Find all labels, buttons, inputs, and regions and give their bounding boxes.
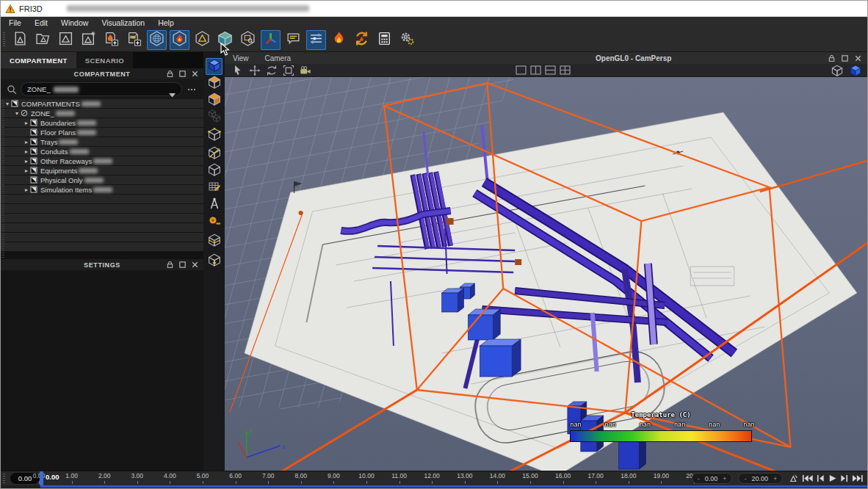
expander-icon[interactable]: ▾ bbox=[4, 101, 11, 107]
shaded-cube-icon[interactable] bbox=[850, 65, 861, 76]
panel-close-icon[interactable] bbox=[854, 54, 862, 62]
cube-outline-button[interactable] bbox=[206, 162, 223, 179]
toolbar-grip[interactable] bbox=[3, 32, 5, 48]
toggle-texture-view-button[interactable] bbox=[238, 30, 258, 50]
play-icon[interactable] bbox=[828, 474, 836, 482]
select-arrow-icon[interactable] bbox=[232, 65, 244, 76]
tree-row[interactable]: Physical Only bbox=[1, 175, 203, 185]
menu-item[interactable]: Help bbox=[151, 18, 181, 27]
tree-row[interactable]: ▸Other Raceways bbox=[1, 156, 203, 166]
range-start-spinner[interactable]: - 0.00 + bbox=[692, 473, 733, 484]
compartment-panel-header[interactable]: COMPARTMENT bbox=[1, 68, 203, 79]
cube-import-button[interactable] bbox=[206, 253, 223, 269]
tree-row[interactable]: ▸Trays bbox=[1, 137, 203, 147]
panel-max-icon[interactable] bbox=[178, 70, 187, 78]
step-forward-icon[interactable] bbox=[840, 474, 848, 482]
loop-rate-icon[interactable] bbox=[789, 474, 798, 482]
menu-item[interactable]: Visualization bbox=[95, 18, 151, 27]
decrement-button[interactable]: - bbox=[744, 475, 746, 482]
new-model-button[interactable] bbox=[10, 30, 30, 50]
tree-row[interactable]: Floor Plans bbox=[1, 128, 203, 137]
orbit-icon[interactable] bbox=[266, 65, 278, 76]
tree-row[interactable]: ▸Conduits bbox=[1, 147, 203, 156]
tree-row[interactable]: ▸Simulation Items bbox=[1, 185, 203, 195]
menu-item[interactable]: Edit bbox=[28, 18, 54, 27]
comments-button[interactable] bbox=[283, 30, 303, 50]
import-frame-new-button[interactable] bbox=[79, 30, 98, 50]
range-end-spinner[interactable]: - 20.00 + bbox=[738, 473, 783, 484]
copy-objects-button[interactable] bbox=[206, 109, 223, 126]
wire-cube-icon[interactable] bbox=[831, 65, 843, 76]
tree-row[interactable]: ▾ZONE_ bbox=[1, 109, 203, 118]
grid-edit-button[interactable] bbox=[206, 179, 223, 196]
lock-icon[interactable] bbox=[166, 70, 174, 78]
timeline-ruler[interactable]: 0.001.002.003.004.005.006.007.008.009.00… bbox=[39, 471, 700, 485]
expander-icon[interactable]: ▸ bbox=[23, 139, 30, 145]
expander-icon[interactable]: ▸ bbox=[23, 158, 30, 164]
lock-icon[interactable] bbox=[828, 54, 836, 62]
chevron-down-icon[interactable] bbox=[169, 87, 176, 92]
3d-scene[interactable]: y z bbox=[225, 77, 867, 471]
fire-tool-button[interactable] bbox=[329, 30, 349, 50]
toggle-solid-view-button[interactable] bbox=[215, 30, 235, 50]
skip-end-icon[interactable] bbox=[852, 474, 864, 482]
tree-row[interactable]: ▸Boundaries bbox=[1, 118, 203, 128]
cube-top-face-button[interactable] bbox=[206, 75, 223, 92]
cube-vertex-button[interactable] bbox=[206, 126, 223, 145]
tree-row[interactable]: ▸Equipments bbox=[1, 166, 203, 175]
toggle-fire-view-button[interactable] bbox=[170, 30, 189, 50]
layout-two-h-icon[interactable] bbox=[545, 65, 556, 75]
expander-icon[interactable]: ▸ bbox=[23, 148, 30, 155]
add-equipment-page-button[interactable] bbox=[124, 30, 144, 50]
toggle-globe-view-button[interactable] bbox=[147, 30, 167, 50]
zoom-box-icon[interactable] bbox=[283, 65, 294, 76]
settings-button[interactable] bbox=[397, 30, 417, 50]
lock-icon[interactable] bbox=[166, 261, 174, 269]
viewport-menu-item[interactable]: Camera bbox=[257, 54, 300, 62]
add-fire-page-button[interactable] bbox=[101, 30, 121, 50]
layout-single-icon[interactable] bbox=[516, 65, 527, 75]
toggle-axes-button[interactable] bbox=[261, 30, 281, 50]
panel-grip[interactable] bbox=[1, 101, 4, 258]
increment-button[interactable]: + bbox=[773, 475, 777, 482]
import-frame-button[interactable] bbox=[56, 30, 76, 50]
expander-icon[interactable]: ▸ bbox=[23, 167, 30, 174]
more-options-button[interactable] bbox=[186, 88, 198, 91]
panel-close-icon[interactable] bbox=[191, 70, 199, 78]
pan-icon[interactable] bbox=[249, 65, 261, 76]
panel-close-icon[interactable] bbox=[191, 261, 199, 269]
cube-wrap-button[interactable] bbox=[206, 231, 223, 253]
panel-max-icon[interactable] bbox=[841, 54, 849, 62]
skip-start-icon[interactable] bbox=[802, 474, 814, 482]
decrement-button[interactable]: - bbox=[698, 475, 700, 482]
viewport-canvas[interactable]: y z Temperature (C) nannannannannannan bbox=[225, 77, 867, 471]
cube-open-face-button[interactable] bbox=[206, 92, 223, 109]
timeline-grip[interactable] bbox=[3, 474, 5, 483]
step-back-icon[interactable] bbox=[817, 474, 825, 482]
expander-icon[interactable]: ▸ bbox=[23, 186, 30, 193]
display-settings-button[interactable] bbox=[306, 30, 326, 50]
timeline-track[interactable] bbox=[40, 485, 867, 488]
panel-max-icon[interactable] bbox=[178, 261, 187, 269]
camera-icon[interactable] bbox=[300, 65, 311, 76]
menu-item[interactable]: Window bbox=[54, 18, 95, 27]
viewport-menu-item[interactable]: View bbox=[225, 54, 257, 62]
zone-combobox[interactable]: ZONE_ bbox=[21, 82, 182, 96]
measure-tape-button[interactable] bbox=[206, 214, 223, 231]
expander-icon[interactable]: ▾ bbox=[13, 110, 21, 117]
open-model-button[interactable] bbox=[33, 30, 53, 50]
run-simulation-button[interactable] bbox=[352, 30, 372, 50]
toggle-warning-view-button[interactable] bbox=[192, 30, 212, 50]
dock-tab[interactable]: SCENARIO bbox=[76, 52, 133, 68]
layout-quad-icon[interactable] bbox=[560, 65, 571, 75]
increment-button[interactable]: + bbox=[723, 475, 726, 482]
dock-tab[interactable]: COMPARTMENT bbox=[1, 52, 76, 68]
menu-item[interactable]: File bbox=[2, 18, 28, 27]
measure-compass-button[interactable] bbox=[206, 196, 223, 214]
timeline-cursor[interactable] bbox=[40, 471, 43, 485]
settings-panel-header[interactable]: SETTINGS bbox=[1, 259, 203, 270]
tree-row[interactable]: ▾COMPARTMENTS bbox=[1, 99, 203, 109]
calculator-button[interactable] bbox=[375, 30, 394, 50]
nav-cube-button[interactable] bbox=[206, 58, 223, 75]
expander-icon[interactable]: ▸ bbox=[23, 120, 30, 126]
